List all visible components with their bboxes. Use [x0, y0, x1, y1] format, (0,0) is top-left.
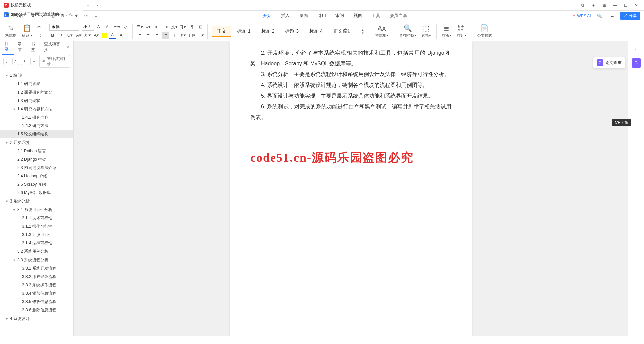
align-center-button[interactable]: ≡	[145, 32, 152, 39]
file-menu[interactable]: 文件	[14, 12, 26, 20]
outline-item[interactable]: 1.2 课题研究的意义	[0, 88, 73, 97]
window-cube-icon[interactable]: ◈	[590, 2, 596, 8]
select-button[interactable]: ⬚选择▾	[420, 24, 433, 38]
decrease-font-icon[interactable]: A⁻	[105, 24, 112, 31]
copy-icon[interactable]: ⿻	[36, 32, 42, 39]
outline-item[interactable]: 3.3.5 修改信息流程	[0, 298, 73, 306]
wps-ai-button[interactable]: ✦WPS AI	[572, 14, 591, 18]
outline-item[interactable]: 1.5 论文组织结构	[0, 130, 73, 138]
shading-button[interactable]: ▢▾	[189, 32, 195, 39]
bullets-button[interactable]: ☰▾	[136, 24, 143, 31]
window-pip-icon[interactable]: ⧉	[580, 2, 586, 8]
outline-item[interactable]: ▼3.3 系统流程分析	[0, 256, 73, 264]
document-tab[interactable]: D找稻壳模板	[0, 1, 83, 10]
outline-caret-icon[interactable]: ▼	[5, 74, 10, 77]
numbering-button[interactable]: ≡▾	[145, 24, 152, 31]
paper-check-badge[interactable]: G 论文查重	[593, 57, 625, 68]
style-gallery-expand[interactable]: ▴▾	[360, 28, 366, 35]
ribbon-tab[interactable]: 视图	[349, 11, 367, 21]
clear-format-icon[interactable]: ◇	[122, 24, 129, 31]
change-case-icon[interactable]: Aᵃ▾	[114, 24, 120, 31]
style-set-button[interactable]: Aᴀ样式集▾	[373, 24, 390, 38]
italic-button[interactable]: I	[58, 32, 65, 39]
sidebar-tab[interactable]: 查找和替换	[41, 39, 64, 55]
layout-tool-button[interactable]: ≣排版▾	[440, 24, 453, 38]
layout-button[interactable]: ⊞	[197, 24, 204, 31]
ribbon-tab[interactable]: 会员专享	[385, 11, 412, 21]
outline-item[interactable]: 3.3.4 添加信息流程	[0, 289, 73, 298]
underline-button[interactable]: U▾	[67, 32, 73, 39]
outline-item[interactable]: 3.3.2 用户登录流程	[0, 273, 73, 281]
ribbon-tab[interactable]: 工具	[367, 11, 385, 21]
outline-item[interactable]: 2.4 Hadoop 介绍	[0, 172, 73, 180]
find-replace-button[interactable]: 🔍查找替换▾	[397, 24, 418, 38]
rail-expand-icon[interactable]: ⇤	[632, 44, 641, 54]
font-size-select[interactable]	[82, 24, 94, 31]
outline-item[interactable]: ▼4 系统设计	[0, 314, 73, 323]
smart-outline-button[interactable]: ◎ 智能识别目录	[39, 55, 70, 68]
search-icon[interactable]: 🔍	[595, 12, 604, 20]
add-tab-button[interactable]: +	[83, 2, 93, 8]
highlight-button[interactable]	[102, 33, 107, 38]
superscript-button[interactable]: X²▾	[84, 32, 91, 39]
outline-item[interactable]: ▼3.1 系统可行性分析	[0, 206, 73, 214]
align-right-button[interactable]: ≡	[154, 32, 160, 39]
paste-button[interactable]: 📋粘贴 ▾	[20, 24, 34, 38]
outline-item[interactable]: 2.5 Scrapy 介绍	[0, 180, 73, 189]
outline-item[interactable]: 2.6 MySQL 数据库	[0, 189, 73, 197]
doc-mode-button[interactable]: 📄公文模式	[475, 24, 494, 38]
outline-item[interactable]: 1.3 研究现状	[0, 97, 73, 105]
text-direction-button[interactable]: 文▾	[171, 24, 178, 31]
sort-button[interactable]: ⇅▾	[180, 24, 186, 31]
outline-item[interactable]: 3.3.3 系统操作流程	[0, 281, 73, 289]
outline-up-button[interactable]: ∧	[12, 58, 19, 65]
outline-item[interactable]: 1.4.1 研究内容	[0, 113, 73, 122]
outline-add-button[interactable]: +	[21, 58, 28, 65]
outline-caret-icon[interactable]: ▼	[13, 208, 17, 212]
outline-collapse-button[interactable]: ⌄	[3, 58, 10, 65]
outline-item[interactable]: 3.3.1 系统开发流程	[0, 264, 73, 273]
redo-button[interactable]: ↷	[82, 12, 90, 20]
borders-button[interactable]: ▢▾	[197, 32, 204, 39]
ribbon-tab[interactable]: 引用	[313, 11, 331, 21]
outline-item[interactable]: 2.3 协同过滤算法介绍	[0, 164, 73, 172]
cloud-icon[interactable]: ☁	[608, 12, 616, 20]
outline-remove-button[interactable]: −	[30, 58, 37, 65]
outline-item[interactable]: 3.3.6 删除信息流程	[0, 306, 73, 314]
ribbon-tab[interactable]: 审阅	[331, 11, 349, 21]
print-icon[interactable]: ⎙	[50, 12, 56, 20]
outline-item[interactable]: ▼2 开发环境	[0, 138, 73, 147]
outline-item[interactable]: 3.1.3 经济可行性	[0, 231, 73, 239]
outline-caret-icon[interactable]: ▼	[13, 108, 17, 111]
format-brush-button[interactable]: ✎格式刷	[3, 24, 18, 38]
sidebar-tab[interactable]: 目录	[2, 39, 14, 55]
style-gallery[interactable]: 正文标题 1标题 2标题 3标题 4正文缩进	[211, 23, 358, 39]
style-gallery-item[interactable]: 标题 1	[232, 26, 256, 37]
arrange-button[interactable]: ⿻排列▾	[455, 24, 468, 38]
decrease-indent-button[interactable]: ⇤	[154, 24, 160, 31]
outline-item[interactable]: 2.2 Django 框架	[0, 155, 73, 164]
strikethrough-button[interactable]: A▾	[75, 32, 82, 39]
cut-icon[interactable]: ✂	[36, 24, 42, 31]
outline-item[interactable]: 3.2 系统用例分析	[0, 247, 73, 256]
increase-font-icon[interactable]: A⁺	[96, 24, 103, 31]
outline-item[interactable]: ▼1 绪 论	[0, 71, 73, 80]
style-gallery-item[interactable]: 正文缩进	[328, 26, 357, 37]
outline-item[interactable]: ▼1.4 研究内容和方法	[0, 105, 73, 113]
document-viewport[interactable]: ⋮⋮ 2. 开发环境，介绍了与本系统实现相关的技术和工具，包括常用的 Djang…	[74, 41, 628, 344]
outline-item[interactable]: 3.1.4 法律可行性	[0, 239, 73, 247]
outline-caret-icon[interactable]: ▼	[5, 200, 10, 203]
ribbon-tab[interactable]: 开始	[258, 11, 276, 21]
font-family-select[interactable]	[49, 24, 79, 31]
style-gallery-item[interactable]: 标题 3	[280, 26, 304, 37]
outline-item[interactable]: 1.1 研究背景	[0, 80, 73, 88]
outline-caret-icon[interactable]: ▼	[13, 259, 17, 262]
outline-caret-icon[interactable]: ▼	[5, 317, 10, 321]
outline-item[interactable]: 2.1 Python 语言	[0, 147, 73, 155]
style-gallery-item[interactable]: 标题 4	[304, 26, 328, 37]
ribbon-tab[interactable]: 插入	[276, 11, 294, 21]
window-apps-icon[interactable]: ▦	[601, 2, 607, 8]
outline-caret-icon[interactable]: ▼	[5, 141, 10, 145]
ribbon-tab[interactable]: 页面	[294, 11, 313, 21]
increase-indent-button[interactable]: ⇥	[162, 24, 169, 31]
